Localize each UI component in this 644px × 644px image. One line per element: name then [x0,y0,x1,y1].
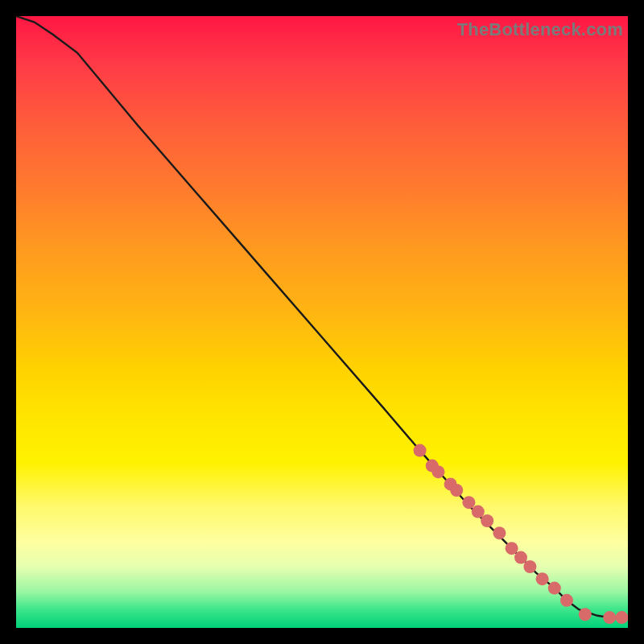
data-marker [560,594,573,607]
data-marker [431,465,444,478]
watermark-label: TheBottleneck.com [457,19,623,40]
data-marker [493,526,506,539]
data-marker [603,611,616,624]
data-marker [472,506,485,518]
marker-group [414,444,628,624]
data-marker [481,514,493,527]
chart-stage: TheBottleneck.com [0,0,644,644]
data-marker [450,484,463,497]
data-marker [615,611,628,624]
data-marker [506,542,518,555]
data-marker [514,551,527,564]
chart-overlay [16,16,628,628]
data-marker [426,460,439,473]
data-marker [444,477,457,490]
data-marker [414,444,427,457]
data-marker [462,496,475,509]
plot-area: TheBottleneck.com [16,16,628,628]
bottleneck-curve [16,16,628,617]
data-marker [523,560,536,573]
data-marker [579,608,592,621]
data-marker [548,582,561,595]
data-marker [536,572,549,585]
